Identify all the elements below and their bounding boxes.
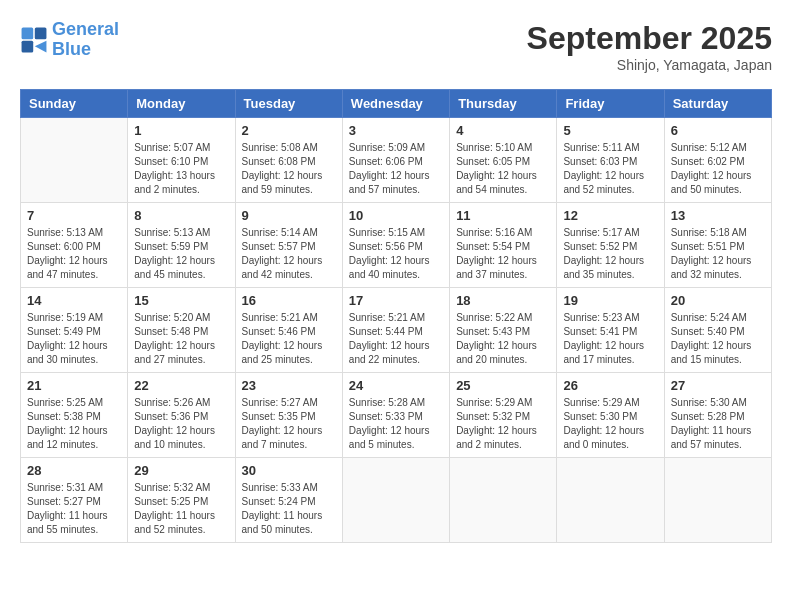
day-info: Sunrise: 5:29 AMSunset: 5:30 PMDaylight:…: [563, 396, 657, 452]
calendar-week-row: 28Sunrise: 5:31 AMSunset: 5:27 PMDayligh…: [21, 458, 772, 543]
day-info: Sunrise: 5:24 AMSunset: 5:40 PMDaylight:…: [671, 311, 765, 367]
calendar-day-cell: 2Sunrise: 5:08 AMSunset: 6:08 PMDaylight…: [235, 118, 342, 203]
calendar-day-cell: [664, 458, 771, 543]
day-info: Sunrise: 5:19 AMSunset: 5:49 PMDaylight:…: [27, 311, 121, 367]
calendar-day-cell: [557, 458, 664, 543]
day-number: 27: [671, 378, 765, 393]
day-info: Sunrise: 5:16 AMSunset: 5:54 PMDaylight:…: [456, 226, 550, 282]
day-number: 30: [242, 463, 336, 478]
day-number: 5: [563, 123, 657, 138]
subtitle: Shinjo, Yamagata, Japan: [527, 57, 772, 73]
day-info: Sunrise: 5:26 AMSunset: 5:36 PMDaylight:…: [134, 396, 228, 452]
day-info: Sunrise: 5:11 AMSunset: 6:03 PMDaylight:…: [563, 141, 657, 197]
svg-rect-0: [22, 27, 34, 39]
calendar-day-cell: 1Sunrise: 5:07 AMSunset: 6:10 PMDaylight…: [128, 118, 235, 203]
day-number: 19: [563, 293, 657, 308]
calendar-day-cell: 26Sunrise: 5:29 AMSunset: 5:30 PMDayligh…: [557, 373, 664, 458]
day-info: Sunrise: 5:09 AMSunset: 6:06 PMDaylight:…: [349, 141, 443, 197]
calendar-table: SundayMondayTuesdayWednesdayThursdayFrid…: [20, 89, 772, 543]
day-info: Sunrise: 5:23 AMSunset: 5:41 PMDaylight:…: [563, 311, 657, 367]
day-number: 24: [349, 378, 443, 393]
day-info: Sunrise: 5:15 AMSunset: 5:56 PMDaylight:…: [349, 226, 443, 282]
day-info: Sunrise: 5:22 AMSunset: 5:43 PMDaylight:…: [456, 311, 550, 367]
weekday-header: Friday: [557, 90, 664, 118]
day-info: Sunrise: 5:31 AMSunset: 5:27 PMDaylight:…: [27, 481, 121, 537]
day-info: Sunrise: 5:30 AMSunset: 5:28 PMDaylight:…: [671, 396, 765, 452]
calendar-day-cell: 11Sunrise: 5:16 AMSunset: 5:54 PMDayligh…: [450, 203, 557, 288]
logo-text: General Blue: [52, 20, 119, 60]
calendar-day-cell: 6Sunrise: 5:12 AMSunset: 6:02 PMDaylight…: [664, 118, 771, 203]
day-number: 15: [134, 293, 228, 308]
calendar-day-cell: 4Sunrise: 5:10 AMSunset: 6:05 PMDaylight…: [450, 118, 557, 203]
page-header: General Blue September 2025 Shinjo, Yama…: [20, 20, 772, 73]
day-info: Sunrise: 5:25 AMSunset: 5:38 PMDaylight:…: [27, 396, 121, 452]
day-number: 21: [27, 378, 121, 393]
day-number: 17: [349, 293, 443, 308]
calendar-day-cell: [342, 458, 449, 543]
day-info: Sunrise: 5:32 AMSunset: 5:25 PMDaylight:…: [134, 481, 228, 537]
day-number: 3: [349, 123, 443, 138]
calendar-header-row: SundayMondayTuesdayWednesdayThursdayFrid…: [21, 90, 772, 118]
calendar-day-cell: 8Sunrise: 5:13 AMSunset: 5:59 PMDaylight…: [128, 203, 235, 288]
calendar-day-cell: 17Sunrise: 5:21 AMSunset: 5:44 PMDayligh…: [342, 288, 449, 373]
calendar-day-cell: 23Sunrise: 5:27 AMSunset: 5:35 PMDayligh…: [235, 373, 342, 458]
weekday-header: Wednesday: [342, 90, 449, 118]
logo: General Blue: [20, 20, 119, 60]
day-number: 28: [27, 463, 121, 478]
svg-rect-1: [35, 27, 47, 39]
day-number: 25: [456, 378, 550, 393]
title-block: September 2025 Shinjo, Yamagata, Japan: [527, 20, 772, 73]
day-number: 1: [134, 123, 228, 138]
day-info: Sunrise: 5:13 AMSunset: 5:59 PMDaylight:…: [134, 226, 228, 282]
calendar-day-cell: 5Sunrise: 5:11 AMSunset: 6:03 PMDaylight…: [557, 118, 664, 203]
weekday-header: Thursday: [450, 90, 557, 118]
day-number: 6: [671, 123, 765, 138]
weekday-header: Monday: [128, 90, 235, 118]
day-number: 9: [242, 208, 336, 223]
day-info: Sunrise: 5:14 AMSunset: 5:57 PMDaylight:…: [242, 226, 336, 282]
day-number: 23: [242, 378, 336, 393]
logo-general: General: [52, 19, 119, 39]
day-number: 10: [349, 208, 443, 223]
day-number: 4: [456, 123, 550, 138]
calendar-day-cell: 3Sunrise: 5:09 AMSunset: 6:06 PMDaylight…: [342, 118, 449, 203]
calendar-day-cell: 30Sunrise: 5:33 AMSunset: 5:24 PMDayligh…: [235, 458, 342, 543]
calendar-day-cell: 7Sunrise: 5:13 AMSunset: 6:00 PMDaylight…: [21, 203, 128, 288]
day-number: 2: [242, 123, 336, 138]
calendar-day-cell: 28Sunrise: 5:31 AMSunset: 5:27 PMDayligh…: [21, 458, 128, 543]
day-number: 22: [134, 378, 228, 393]
main-title: September 2025: [527, 20, 772, 57]
calendar-day-cell: 19Sunrise: 5:23 AMSunset: 5:41 PMDayligh…: [557, 288, 664, 373]
day-info: Sunrise: 5:18 AMSunset: 5:51 PMDaylight:…: [671, 226, 765, 282]
weekday-header: Saturday: [664, 90, 771, 118]
calendar-day-cell: 9Sunrise: 5:14 AMSunset: 5:57 PMDaylight…: [235, 203, 342, 288]
day-info: Sunrise: 5:28 AMSunset: 5:33 PMDaylight:…: [349, 396, 443, 452]
day-info: Sunrise: 5:20 AMSunset: 5:48 PMDaylight:…: [134, 311, 228, 367]
weekday-header: Tuesday: [235, 90, 342, 118]
day-info: Sunrise: 5:29 AMSunset: 5:32 PMDaylight:…: [456, 396, 550, 452]
svg-marker-3: [35, 41, 47, 53]
calendar-day-cell: 24Sunrise: 5:28 AMSunset: 5:33 PMDayligh…: [342, 373, 449, 458]
calendar-week-row: 21Sunrise: 5:25 AMSunset: 5:38 PMDayligh…: [21, 373, 772, 458]
day-info: Sunrise: 5:33 AMSunset: 5:24 PMDaylight:…: [242, 481, 336, 537]
logo-icon: [20, 26, 48, 54]
calendar-day-cell: [450, 458, 557, 543]
calendar-day-cell: 21Sunrise: 5:25 AMSunset: 5:38 PMDayligh…: [21, 373, 128, 458]
calendar-day-cell: 22Sunrise: 5:26 AMSunset: 5:36 PMDayligh…: [128, 373, 235, 458]
day-info: Sunrise: 5:10 AMSunset: 6:05 PMDaylight:…: [456, 141, 550, 197]
svg-rect-2: [22, 41, 34, 53]
calendar-week-row: 1Sunrise: 5:07 AMSunset: 6:10 PMDaylight…: [21, 118, 772, 203]
day-number: 16: [242, 293, 336, 308]
day-info: Sunrise: 5:21 AMSunset: 5:46 PMDaylight:…: [242, 311, 336, 367]
day-info: Sunrise: 5:12 AMSunset: 6:02 PMDaylight:…: [671, 141, 765, 197]
calendar-day-cell: 27Sunrise: 5:30 AMSunset: 5:28 PMDayligh…: [664, 373, 771, 458]
weekday-header: Sunday: [21, 90, 128, 118]
logo-blue: Blue: [52, 39, 91, 59]
calendar-day-cell: 10Sunrise: 5:15 AMSunset: 5:56 PMDayligh…: [342, 203, 449, 288]
calendar-day-cell: [21, 118, 128, 203]
day-info: Sunrise: 5:08 AMSunset: 6:08 PMDaylight:…: [242, 141, 336, 197]
day-info: Sunrise: 5:17 AMSunset: 5:52 PMDaylight:…: [563, 226, 657, 282]
day-number: 29: [134, 463, 228, 478]
day-number: 11: [456, 208, 550, 223]
calendar-week-row: 7Sunrise: 5:13 AMSunset: 6:00 PMDaylight…: [21, 203, 772, 288]
